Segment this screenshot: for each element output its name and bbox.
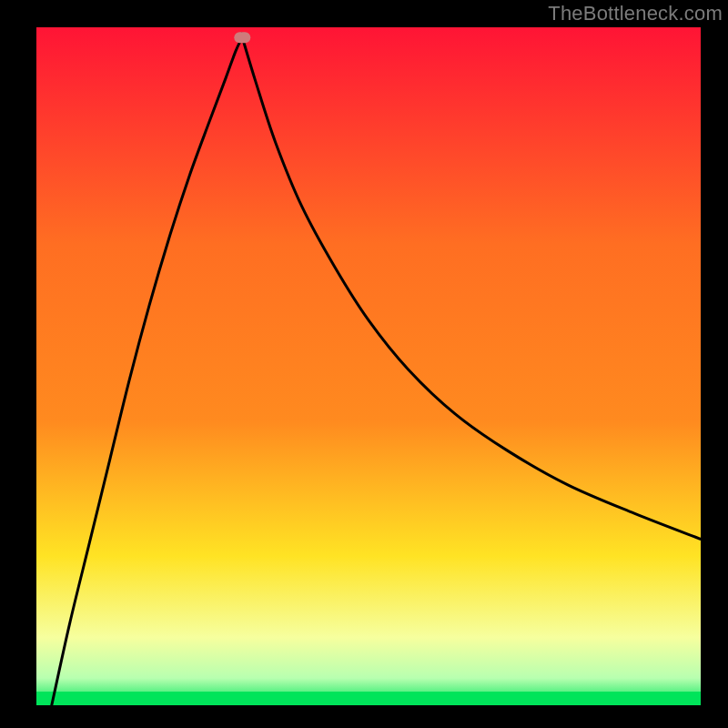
bottleneck-curve-chart [0,0,728,728]
optimal-point-marker [234,32,250,43]
chart-container: { "watermark": "TheBottleneck.com", "cha… [0,0,728,728]
plot-background [36,27,701,705]
watermark-text: TheBottleneck.com [548,2,723,25]
green-baseline-band [36,692,701,705]
